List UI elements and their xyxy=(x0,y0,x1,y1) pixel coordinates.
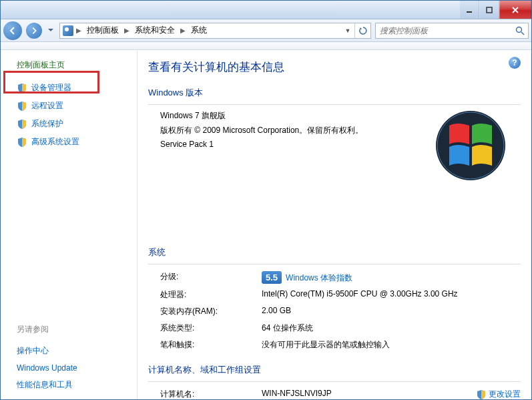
divider xyxy=(148,264,521,264)
breadcrumb-root-arrow[interactable]: ▶ xyxy=(75,27,83,34)
shield-icon xyxy=(17,101,27,112)
toolbar xyxy=(1,42,531,50)
system-type-label: 系统类型: xyxy=(148,320,262,337)
table-row: 系统类型: 64 位操作系统 xyxy=(148,320,521,337)
device-manager-link[interactable]: 设备管理器 xyxy=(17,79,131,97)
refresh-button[interactable] xyxy=(354,23,370,38)
table-row: 分级: 5.5Windows 体验指数 xyxy=(148,268,521,286)
minimize-button[interactable] xyxy=(459,1,479,19)
divider xyxy=(148,381,521,382)
close-button[interactable] xyxy=(499,1,531,19)
main-content: ? 查看有关计算机的基本信息 Windows 版本 Windows 7 旗舰版 … xyxy=(138,50,531,399)
action-center-link[interactable]: 操作中心 xyxy=(17,342,131,360)
history-dropdown[interactable] xyxy=(46,29,55,32)
breadcrumb-sep[interactable]: ▶ xyxy=(123,27,131,34)
svg-rect-1 xyxy=(487,7,492,13)
processor-value: Intel(R) Core(TM) i5-9500F CPU @ 3.00GHz… xyxy=(262,286,521,303)
windows-logo xyxy=(434,109,507,182)
address-dropdown[interactable]: ▼ xyxy=(342,27,353,34)
change-settings-link[interactable]: 更改设置 xyxy=(476,389,521,399)
shield-icon xyxy=(17,137,27,148)
shield-icon xyxy=(17,119,27,130)
table-row: 处理器: Intel(R) Core(TM) i5-9500F CPU @ 3.… xyxy=(148,286,521,303)
side-link-label: 系统保护 xyxy=(31,118,63,130)
shield-icon xyxy=(17,83,27,93)
divider xyxy=(148,104,521,105)
table-row: 笔和触摸: 没有可用于此显示器的笔或触控输入 xyxy=(148,337,521,353)
navigation-bar: ▶ 控制面板 ▶ 系统和安全 ▶ 系统 ▼ xyxy=(1,19,531,42)
pen-touch-value: 没有可用于此显示器的笔或触控输入 xyxy=(262,337,521,353)
pen-touch-label: 笔和触摸: xyxy=(148,337,262,353)
search-box[interactable] xyxy=(375,23,529,39)
control-panel-home-link[interactable]: 控制面板主页 xyxy=(17,59,131,71)
help-icon[interactable]: ? xyxy=(509,57,521,69)
experience-index-link[interactable]: Windows 体验指数 xyxy=(286,273,352,282)
performance-info-link[interactable]: 性能信息和工具 xyxy=(17,376,131,394)
breadcrumb-system-security[interactable]: 系统和安全 xyxy=(132,23,178,38)
titlebar xyxy=(1,1,531,19)
processor-label: 处理器: xyxy=(148,286,262,303)
system-protection-link[interactable]: 系统保护 xyxy=(17,115,131,133)
breadcrumb-sep[interactable]: ▶ xyxy=(179,27,187,34)
side-link-label: 远程设置 xyxy=(31,100,63,112)
domain-info-table: 计算机名: WIN-NFJSLNVI9JP 更改设置 计算机全名: WIN-NF… xyxy=(148,386,521,399)
svg-point-2 xyxy=(517,27,522,32)
breadcrumb-control-panel[interactable]: 控制面板 xyxy=(84,23,121,38)
back-button[interactable] xyxy=(3,21,22,40)
side-link-label: 高级系统设置 xyxy=(31,136,79,148)
table-row: 计算机名: WIN-NFJSLNVI9JP 更改设置 xyxy=(148,386,521,399)
table-row: 安装内存(RAM): 2.00 GB xyxy=(148,303,521,320)
address-bar[interactable]: ▶ 控制面板 ▶ 系统和安全 ▶ 系统 ▼ xyxy=(59,23,371,39)
svg-rect-0 xyxy=(467,11,472,13)
see-also-heading: 另请参阅 xyxy=(17,324,131,335)
computer-name-label: 计算机名: xyxy=(148,386,262,399)
computer-name-heading: 计算机名称、域和工作组设置 xyxy=(148,364,521,376)
forward-button[interactable] xyxy=(26,23,42,39)
search-icon[interactable] xyxy=(512,23,528,38)
maximize-button[interactable] xyxy=(479,1,499,19)
sidebar: 控制面板主页 设备管理器 远程设置 系统保护 高级系统设置 xyxy=(1,50,138,399)
rating-label: 分级: xyxy=(148,268,262,286)
ram-label: 安装内存(RAM): xyxy=(148,303,262,320)
system-icon xyxy=(63,25,73,36)
windows-edition-heading: Windows 版本 xyxy=(148,87,521,99)
system-type-value: 64 位操作系统 xyxy=(262,320,521,337)
windows-update-link[interactable]: Windows Update xyxy=(17,360,131,376)
page-title: 查看有关计算机的基本信息 xyxy=(148,59,521,75)
search-input[interactable] xyxy=(376,26,512,35)
change-settings-label: 更改设置 xyxy=(489,389,521,399)
remote-settings-link[interactable]: 远程设置 xyxy=(17,97,131,115)
svg-point-3 xyxy=(436,111,505,180)
shield-icon xyxy=(476,389,487,399)
rating-value: 5.5 xyxy=(262,271,282,284)
side-link-label: 设备管理器 xyxy=(31,82,71,93)
system-info-table: 分级: 5.5Windows 体验指数 处理器: Intel(R) Core(T… xyxy=(148,268,521,353)
system-heading: 系统 xyxy=(148,246,521,258)
computer-name-value: WIN-NFJSLNVI9JP xyxy=(262,389,332,398)
breadcrumb-system[interactable]: 系统 xyxy=(188,23,210,38)
ram-value: 2.00 GB xyxy=(262,303,521,320)
advanced-settings-link[interactable]: 高级系统设置 xyxy=(17,133,131,151)
